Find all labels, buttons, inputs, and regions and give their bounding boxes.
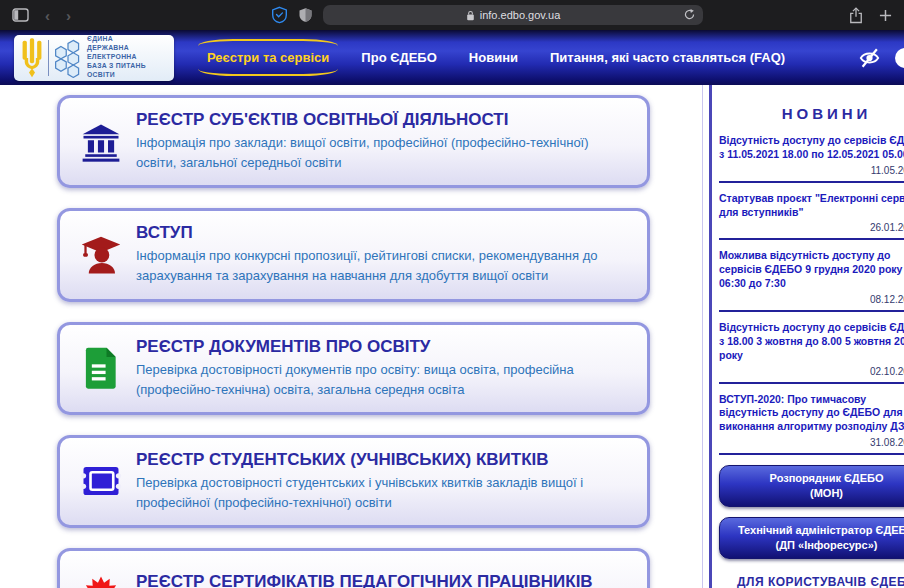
- news-heading: НОВИНИ: [719, 105, 904, 122]
- forward-button[interactable]: ›: [66, 8, 71, 23]
- news-item: Можлива відсутність доступу до сервісів …: [719, 249, 904, 312]
- adblock-shield-icon[interactable]: [271, 6, 288, 24]
- hexagons-icon: [53, 38, 83, 78]
- menu-item-faq[interactable]: Питання, які часто ставляться (FAQ): [537, 43, 798, 72]
- navbar-right-controls: [858, 47, 904, 69]
- news-sidebar: НОВИНИ Відсутність доступу до сервісів Є…: [712, 85, 904, 588]
- main-menu: Реєстри та сервіси Про ЄДЕБО Новини Пита…: [194, 43, 798, 72]
- menu-item-label: Новини: [469, 50, 518, 65]
- menu-item-about[interactable]: Про ЄДЕБО: [348, 43, 449, 72]
- card-description: Перевірка достовірності документів про о…: [136, 360, 618, 400]
- news-item-link[interactable]: Стартував проєкт "Електронні сервіси для…: [719, 192, 904, 220]
- news-item: ВСТУП-2020: Про тимчасову відсутність до…: [719, 393, 904, 456]
- card-description: Інформація про конкурсні пропозиції, рей…: [136, 246, 618, 286]
- menu-item-label: Реєстри та сервіси: [207, 50, 329, 65]
- active-arc-top: [198, 39, 338, 46]
- browser-window: ‹ › info.edbo.gov.ua: [0, 0, 904, 588]
- news-item-date: 11.05.2021: [719, 165, 904, 176]
- card-student-tickets-registry[interactable]: РЕЄСТР СТУДЕНТСЬКИХ (УЧНІВСЬКИХ) КВИТКІВ…: [57, 435, 650, 528]
- menu-item-label: Питання, які часто ставляться (FAQ): [550, 50, 785, 65]
- url-text: info.edbo.gov.ua: [480, 9, 561, 21]
- active-arc-bottom: [198, 69, 338, 76]
- sidebar-toggle-icon[interactable]: [12, 8, 29, 22]
- card-title: ВСТУП: [136, 223, 618, 243]
- technical-administrator-button[interactable]: Технічний адміністратор ЄДЕБО (ДП «Інфор…: [719, 517, 904, 559]
- edbo-logo[interactable]: ЄДИНА ДЕРЖАВНА ЕЛЕКТРОННА БАЗА З ПИТАНЬ …: [14, 35, 174, 81]
- lock-icon: [466, 10, 475, 21]
- edbo-administrator-button[interactable]: Розпорядник ЄДЕБО (МОН): [719, 465, 904, 507]
- round-button-partial[interactable]: [895, 48, 904, 68]
- accessibility-eye-slash-icon[interactable]: [858, 47, 881, 69]
- menu-item-label: Про ЄДЕБО: [361, 50, 436, 65]
- site-navbar: ЄДИНА ДЕРЖАВНА ЕЛЕКТРОННА БАЗА З ПИТАНЬ …: [0, 30, 904, 85]
- card-admission[interactable]: ВСТУП Інформація про конкурсні пропозиці…: [57, 208, 650, 301]
- news-item: Відсутність доступу до сервісів ЄДЕБО з …: [719, 134, 904, 183]
- logo-divider: [48, 40, 49, 76]
- privacy-shield-icon[interactable]: [298, 6, 313, 24]
- browser-toolbar: ‹ › info.edbo.gov.ua: [0, 0, 904, 30]
- back-button[interactable]: ‹: [45, 8, 50, 23]
- card-title: РЕЄСТР ДОКУМЕНТІВ ПРО ОСВІТУ: [136, 337, 618, 357]
- card-description: Перевірка достовірності студентських і у…: [136, 473, 618, 513]
- seal-icon: [80, 572, 122, 588]
- address-bar[interactable]: info.edbo.gov.ua: [323, 5, 703, 25]
- card-description: Інформація про заклади: вищої освіти, пр…: [136, 133, 618, 173]
- card-title: РЕЄСТР СЕРТИФІКАТІВ ПЕДАГОГІЧНИХ ПРАЦІВН…: [136, 572, 593, 588]
- bank-icon: [80, 120, 122, 164]
- new-tab-icon[interactable]: [879, 9, 892, 22]
- menu-item-news[interactable]: Новини: [456, 43, 531, 72]
- news-item-date: 26.01.2021: [719, 222, 904, 233]
- card-title: РЕЄСТР СУБ'ЄКТІВ ОСВІТНЬОЇ ДІЯЛЬНОСТІ: [136, 110, 618, 130]
- trident-icon: [20, 38, 44, 78]
- sidebar-separator: [702, 85, 712, 588]
- news-item-link[interactable]: Відсутність доступу до сервісів ЄДЕБО з …: [719, 321, 904, 363]
- card-education-subjects-registry[interactable]: РЕЄСТР СУБ'ЄКТІВ ОСВІТНЬОЇ ДІЯЛЬНОСТІ Ін…: [57, 95, 650, 188]
- graduate-icon: [80, 233, 122, 277]
- menu-item-registries[interactable]: Реєстри та сервіси: [194, 43, 342, 72]
- news-item-link[interactable]: ВСТУП-2020: Про тимчасову відсутність до…: [719, 393, 904, 435]
- news-item: Стартував проєкт "Електронні сервіси для…: [719, 192, 904, 241]
- news-item-date: 31.08.2020: [719, 437, 904, 448]
- news-item-link[interactable]: Можлива відсутність доступу до сервісів …: [719, 249, 904, 291]
- news-item-date: 08.12.2020: [719, 294, 904, 305]
- card-title: РЕЄСТР СТУДЕНТСЬКИХ (УЧНІВСЬКИХ) КВИТКІВ: [136, 450, 618, 470]
- share-icon[interactable]: [849, 7, 863, 24]
- reload-icon[interactable]: [683, 8, 696, 21]
- ticket-icon: [80, 459, 122, 503]
- news-item-link[interactable]: Відсутність доступу до сервісів ЄДЕБО з …: [719, 134, 904, 162]
- registry-list: РЕЄСТР СУБ'ЄКТІВ ОСВІТНЬОЇ ДІЯЛЬНОСТІ Ін…: [0, 85, 702, 588]
- page-content: РЕЄСТР СУБ'ЄКТІВ ОСВІТНЬОЇ ДІЯЛЬНОСТІ Ін…: [0, 85, 904, 588]
- document-icon: [80, 346, 122, 390]
- card-education-documents-registry[interactable]: РЕЄСТР ДОКУМЕНТІВ ПРО ОСВІТУ Перевірка д…: [57, 322, 650, 415]
- for-edbo-users-link[interactable]: ДЛЯ КОРИСТУВАЧІВ ЄДЕБО: [719, 575, 904, 588]
- news-item-date: 02.10.2020: [719, 366, 904, 377]
- card-teacher-certificates-registry[interactable]: РЕЄСТР СЕРТИФІКАТІВ ПЕДАГОГІЧНИХ ПРАЦІВН…: [57, 548, 650, 588]
- news-item: Відсутність доступу до сервісів ЄДЕБО з …: [719, 321, 904, 384]
- logo-text: ЄДИНА ДЕРЖАВНА ЕЛЕКТРОННА БАЗА З ПИТАНЬ …: [87, 35, 146, 79]
